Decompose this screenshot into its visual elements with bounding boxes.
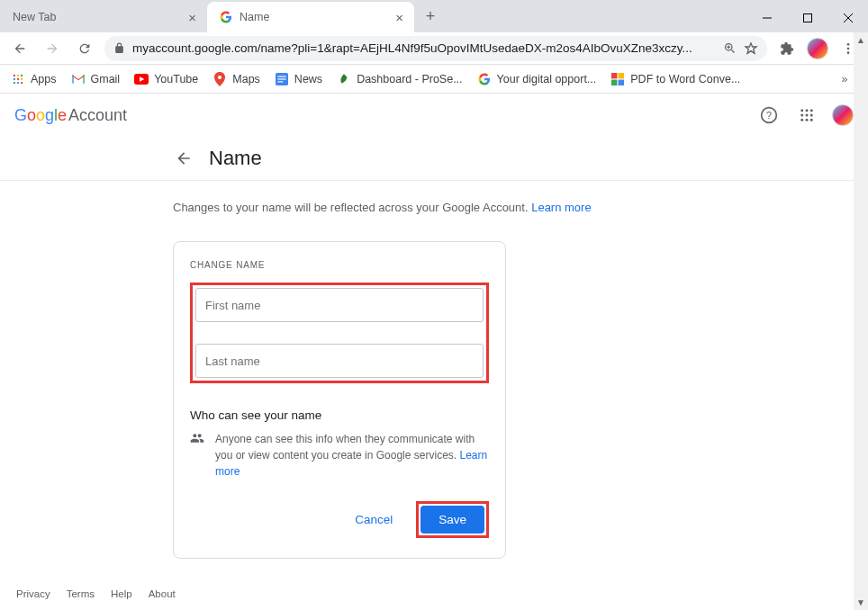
youtube-icon: [134, 72, 149, 86]
card-label: CHANGE NAME: [190, 260, 489, 270]
bookmark-pdf[interactable]: PDF to Word Conve...: [610, 72, 740, 86]
profile-avatar[interactable]: [807, 38, 828, 59]
first-name-placeholder: First name: [205, 299, 260, 312]
svg-point-39: [806, 119, 809, 121]
address-bar[interactable]: myaccount.google.com/name?pli=1&rapt=AEj…: [104, 36, 767, 61]
svg-point-35: [800, 114, 803, 117]
scrollbar[interactable]: ▲ ▼: [854, 32, 868, 610]
news-icon: [275, 72, 289, 86]
extensions-button[interactable]: [774, 36, 800, 61]
change-name-card: CHANGE NAME First name Last name Who can…: [173, 241, 506, 559]
page-title-row: Name: [0, 137, 868, 180]
svg-point-21: [218, 76, 222, 79]
tab-name[interactable]: Name ×: [207, 2, 414, 32]
star-icon[interactable]: [744, 41, 758, 56]
bookmark-gmail[interactable]: Gmail: [71, 72, 121, 86]
svg-rect-27: [619, 73, 624, 78]
intro-text: Changes to your name will be reflected a…: [173, 201, 679, 214]
lock-icon: [113, 42, 125, 54]
svg-point-33: [806, 109, 809, 112]
svg-rect-23: [277, 76, 285, 76]
svg-point-15: [17, 77, 19, 79]
bookmark-label: News: [294, 73, 322, 85]
svg-point-18: [17, 81, 19, 83]
svg-rect-26: [611, 73, 617, 78]
account-avatar[interactable]: [832, 104, 854, 126]
svg-point-37: [810, 114, 813, 117]
new-tab-button[interactable]: +: [418, 4, 443, 29]
bookmark-label: Your digital opport...: [497, 73, 597, 85]
svg-point-10: [847, 51, 850, 54]
zoom-icon[interactable]: [723, 41, 737, 55]
main-content: Changes to your name will be reflected a…: [0, 181, 679, 559]
close-icon[interactable]: ×: [188, 10, 196, 25]
gmail-icon: [71, 72, 86, 86]
app-header: Google Account ?: [0, 94, 868, 137]
who-can-see-text: Anyone can see this info when they commu…: [215, 431, 489, 480]
svg-point-17: [14, 81, 15, 83]
close-icon[interactable]: ×: [395, 10, 403, 25]
bookmark-maps[interactable]: Maps: [212, 72, 260, 86]
bookmark-apps[interactable]: Apps: [11, 72, 57, 86]
footer-help[interactable]: Help: [111, 588, 132, 599]
svg-point-16: [21, 77, 23, 79]
svg-point-40: [810, 119, 813, 121]
bookmark-dashboard[interactable]: Dashboard - ProSe...: [337, 72, 462, 86]
scroll-up-icon[interactable]: ▲: [856, 32, 865, 48]
tab-title: Name: [240, 11, 269, 23]
svg-rect-1: [803, 14, 811, 22]
last-name-placeholder: Last name: [205, 354, 260, 368]
footer-privacy[interactable]: Privacy: [16, 588, 50, 599]
learn-more-link[interactable]: Learn more: [531, 201, 591, 214]
bookmark-label: PDF to Word Conve...: [630, 73, 740, 85]
reload-button[interactable]: [72, 36, 97, 61]
footer-about[interactable]: About: [149, 588, 176, 599]
bookmark-label: Apps: [31, 73, 57, 85]
bookmark-label: Dashboard - ProSe...: [357, 73, 462, 85]
google-favicon: [220, 11, 232, 23]
last-name-field[interactable]: Last name: [195, 344, 484, 378]
page-back-button[interactable]: [173, 148, 194, 169]
footer-terms[interactable]: Terms: [67, 588, 95, 599]
svg-line-5: [731, 49, 734, 52]
svg-rect-29: [619, 79, 624, 85]
svg-point-38: [800, 119, 803, 121]
svg-point-14: [14, 77, 15, 79]
account-label: Account: [68, 106, 127, 125]
maximize-button[interactable]: [787, 4, 827, 32]
url-text: myaccount.google.com/name?pli=1&rapt=AEj…: [132, 41, 716, 55]
browser-titlebar: New Tab × Name × +: [0, 0, 868, 32]
bookmark-youtube[interactable]: YouTube: [134, 72, 198, 86]
svg-rect-28: [611, 79, 617, 85]
save-button[interactable]: Save: [420, 506, 484, 534]
who-can-see-title: Who can see your name: [190, 408, 489, 422]
bookmark-label: Maps: [232, 73, 260, 85]
maps-icon: [212, 72, 227, 86]
tab-new-tab[interactable]: New Tab ×: [0, 2, 207, 32]
close-window-button[interactable]: [827, 4, 868, 32]
svg-point-13: [21, 74, 23, 76]
help-button[interactable]: ?: [756, 103, 782, 128]
scroll-down-icon[interactable]: ▼: [856, 595, 865, 610]
svg-rect-25: [277, 81, 283, 82]
svg-text:?: ?: [766, 110, 772, 121]
who-can-see-row: Anyone can see this info when they commu…: [190, 431, 489, 480]
window-controls: [746, 4, 868, 32]
bookmark-label: Gmail: [91, 73, 121, 85]
back-button[interactable]: [7, 36, 32, 61]
page-title: Name: [209, 147, 262, 170]
google-icon: [477, 72, 492, 86]
first-name-field[interactable]: First name: [195, 288, 484, 322]
tab-title: New Tab: [13, 11, 56, 23]
apps-icon: [11, 72, 25, 86]
intro-text-body: Changes to your name will be reflected a…: [173, 201, 531, 214]
svg-point-34: [810, 109, 813, 112]
form-actions: Cancel Save: [190, 501, 489, 538]
apps-grid-button[interactable]: [794, 103, 819, 128]
cancel-button[interactable]: Cancel: [346, 506, 402, 534]
bookmark-news[interactable]: News: [275, 72, 322, 86]
minimize-button[interactable]: [746, 4, 787, 32]
svg-point-19: [21, 81, 23, 83]
bookmark-digital[interactable]: Your digital opport...: [477, 72, 597, 86]
forward-button[interactable]: [40, 36, 65, 61]
